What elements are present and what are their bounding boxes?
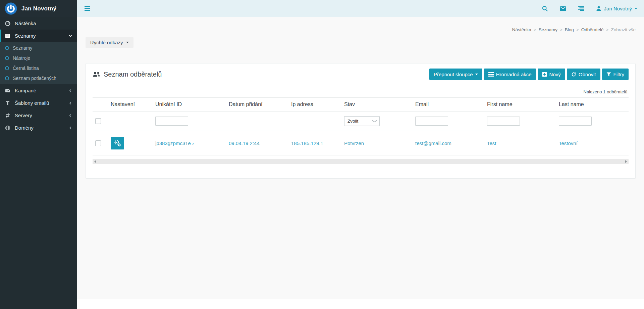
sidebar-item-label: Nástěnka: [15, 20, 36, 26]
sidebar-item-domeny[interactable]: Domény: [0, 122, 77, 134]
panel-toolbar: Přepnout sloupce Hromadná akce: [429, 69, 629, 80]
sidebar-item-label: Kampaně: [15, 88, 36, 93]
scroll-right-icon[interactable]: [625, 160, 627, 163]
caret-down-icon: [475, 74, 478, 75]
col-header-first-name: First name: [484, 98, 556, 112]
filter-icon: [606, 72, 611, 77]
col-header-unikatni-id: Unikátní ID: [153, 98, 226, 112]
chevron-left-icon: [68, 114, 72, 118]
sidebar-subitem-label: Seznam potlačených: [13, 76, 56, 81]
table-row: jp383gzpmc31e › 09.04.19 2:44 185.185.12…: [93, 131, 629, 156]
chevron-left-icon: [68, 89, 72, 93]
sidebar-subitem-seznam-potlacenych[interactable]: Seznam potlačených: [0, 73, 77, 83]
cell-first-name: Test: [484, 131, 556, 156]
row-checkbox[interactable]: [95, 140, 101, 146]
circle-icon: [5, 66, 9, 70]
filter-email-input[interactable]: [415, 117, 448, 126]
breadcrumb-link[interactable]: Blog: [565, 27, 581, 32]
sidebar-subitem-nastroje[interactable]: Nástroje: [0, 53, 77, 63]
breadcrumb-link[interactable]: Odběratelé: [581, 27, 611, 32]
sidebar-item-sablony-emailu[interactable]: Šablony emailů: [0, 97, 77, 109]
filters-label: Filtry: [613, 72, 625, 77]
col-header-ip-adresa: Ip adresa: [288, 98, 341, 112]
quick-links-button[interactable]: Rychlé odkazy: [86, 37, 133, 48]
breadcrumb-link[interactable]: Nástěnka: [512, 27, 539, 32]
exchange-arrows-icon: [5, 113, 11, 118]
row-settings-button[interactable]: [111, 137, 124, 149]
sidebar-subitem-label: Nástroje: [13, 55, 30, 61]
new-button[interactable]: Nový: [538, 69, 565, 80]
toggle-columns-button[interactable]: Přepnout sloupce: [429, 69, 482, 80]
col-header-nastaveni: Nastavení: [108, 98, 153, 112]
table-header-row: Nastavení Unikátní ID Datum přidání Ip a…: [93, 98, 629, 112]
messages-icon[interactable]: [560, 6, 566, 11]
sidebar-subitem-cerna-listina[interactable]: Černá listina: [0, 63, 77, 73]
globe-icon: [5, 125, 11, 131]
sidebar-brand[interactable]: Jan Novotný: [0, 0, 77, 17]
panel-header: Seznam odběratelů Přepnout sloupce Hroma…: [86, 63, 635, 85]
filter-last-name-input[interactable]: [559, 117, 592, 126]
chevron-left-icon: [68, 126, 72, 130]
sidebar-item-nastenka[interactable]: Nástěnka: [0, 17, 77, 30]
refresh-icon: [571, 72, 576, 77]
scroll-left-icon[interactable]: [94, 160, 96, 163]
col-header-datum-pridani: Datum přidání: [226, 98, 288, 112]
filter-row: Zvolit: [93, 112, 629, 131]
sidebar-user-name: Jan Novotný: [21, 5, 56, 12]
sidebar-item-kampane[interactable]: Kampaně: [0, 84, 77, 97]
bulk-action-button[interactable]: Hromadná akce: [484, 69, 536, 80]
sidebar-subitem-label: Seznamy: [13, 45, 32, 51]
lists-icon: [5, 33, 11, 39]
col-header-last-name: Last name: [556, 98, 629, 112]
select-all-checkbox[interactable]: [95, 118, 101, 124]
breadcrumb-current: Zobrazit vše: [611, 27, 636, 32]
topbar-user-name: Jan Novotný: [604, 6, 632, 11]
chevron-down-icon: [372, 120, 377, 123]
col-header-email: Email: [413, 98, 484, 112]
quick-links-row: Rychlé odkazy: [86, 37, 636, 55]
settings-gears-icon: [114, 139, 121, 147]
caret-down-icon: [635, 8, 637, 9]
sidebar-submenu: Seznamy Nástroje Černá listina Seznam po…: [0, 42, 77, 84]
footer: [77, 299, 644, 309]
user-menu[interactable]: Jan Novotný: [596, 6, 637, 11]
chevron-down-icon: [68, 34, 72, 38]
filters-button[interactable]: Filtry: [602, 69, 629, 80]
panel-body: Nalezeno 1 odběratelů. Nastavení Unikátn…: [86, 85, 635, 178]
search-icon[interactable]: [542, 6, 548, 11]
text-template-icon: [5, 100, 11, 106]
main-area: Jan Novotný NástěnkaSeznamyBlogOdběratel…: [77, 0, 644, 309]
panel-title: Seznam odběratelů: [104, 71, 162, 78]
plus-square-icon: [542, 72, 547, 77]
sidebar-item-label: Seznamy: [15, 33, 36, 39]
content: NástěnkaSeznamyBlogOdběrateléZobrazit vš…: [77, 17, 644, 299]
sidebar-subitem-seznamy[interactable]: Seznamy: [0, 43, 77, 53]
toggle-columns-label: Přepnout sloupce: [434, 72, 473, 77]
list-check-icon: [488, 72, 494, 77]
tasks-icon[interactable]: [578, 6, 584, 11]
subscriber-id-link[interactable]: jp383gzpmc31e ›: [155, 140, 194, 146]
filter-first-name-input[interactable]: [487, 117, 520, 126]
sidebar-item-label: Šablony emailů: [15, 100, 49, 106]
users-icon: [93, 72, 100, 77]
refresh-label: Obnovit: [579, 72, 596, 77]
filter-stav-value: Zvolit: [347, 119, 358, 124]
subscribers-panel: Seznam odběratelů Přepnout sloupce Hroma…: [86, 63, 636, 179]
filter-stav-select[interactable]: Zvolit: [344, 116, 380, 126]
cell-email: test@gmail.com: [413, 131, 484, 156]
user-icon: [596, 6, 601, 11]
cell-status: Potvrzen: [341, 131, 413, 156]
sidebar-item-seznamy[interactable]: Seznamy: [0, 30, 77, 42]
cell-last-name: Testovní: [556, 131, 629, 156]
horizontal-scrollbar[interactable]: [93, 159, 629, 164]
cell-ip: 185.185.129.1: [288, 131, 341, 156]
caret-down-icon: [126, 42, 129, 43]
sidebar-item-servery[interactable]: Servery: [0, 109, 77, 122]
subscribers-table: Nastavení Unikátní ID Datum přidání Ip a…: [93, 97, 629, 156]
sidebar-nav: Nástěnka Seznamy Seznamy: [0, 17, 77, 134]
breadcrumb-link[interactable]: Seznamy: [539, 27, 565, 32]
filter-unikatni-id-input[interactable]: [155, 117, 188, 126]
new-label: Nový: [549, 72, 561, 77]
menu-toggle-icon[interactable]: [84, 5, 91, 12]
refresh-button[interactable]: Obnovit: [567, 69, 600, 80]
